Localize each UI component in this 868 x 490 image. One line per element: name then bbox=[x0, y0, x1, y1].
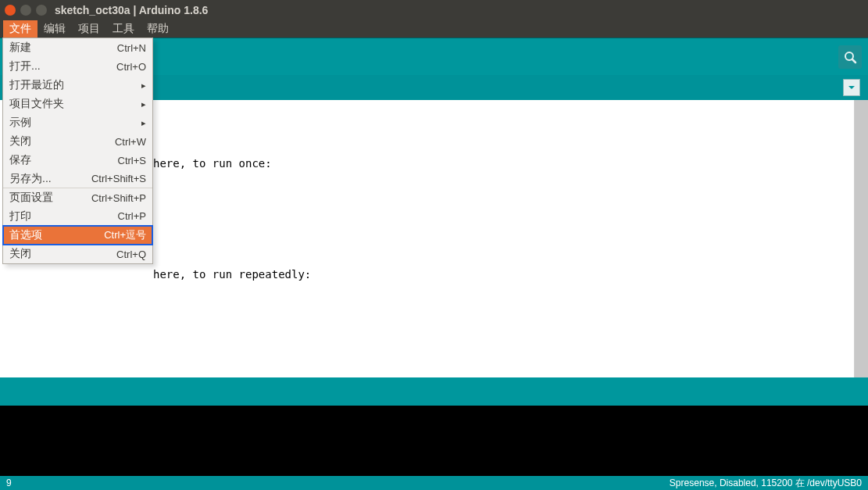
menu-item-label: 打开... bbox=[9, 59, 41, 73]
title-bar: sketch_oct30a | Arduino 1.8.6 bbox=[0, 0, 868, 20]
submenu-arrow-icon: ▸ bbox=[141, 99, 146, 109]
menu-item-shortcut: Ctrl+Q bbox=[116, 249, 146, 260]
window-controls bbox=[5, 5, 47, 16]
menu-sketch[interactable]: 项目 bbox=[72, 20, 106, 38]
menu-item-preferences[interactable]: 首选项Ctrl+逗号 bbox=[3, 226, 152, 245]
menu-item-open-recent[interactable]: 打开最近的▸ bbox=[3, 76, 152, 95]
menu-item-label: 新建 bbox=[9, 41, 31, 55]
scrollbar-thumb[interactable] bbox=[855, 100, 868, 377]
menu-item-examples[interactable]: 示例▸ bbox=[3, 113, 152, 132]
menu-item-page-setup[interactable]: 页面设置Ctrl+Shift+P bbox=[3, 188, 152, 207]
menu-item-shortcut: Ctrl+Shift+S bbox=[91, 173, 146, 184]
menu-item-label: 首选项 bbox=[9, 228, 42, 242]
window-title: sketch_oct30a | Arduino 1.8.6 bbox=[55, 4, 208, 16]
menu-item-shortcut: Ctrl+W bbox=[115, 136, 146, 148]
menu-item-label: 打开最近的 bbox=[9, 78, 64, 92]
menu-item-label: 另存为... bbox=[9, 172, 52, 186]
window-minimize-button[interactable] bbox=[20, 5, 31, 16]
submenu-arrow-icon: ▸ bbox=[141, 80, 146, 91]
menu-item-open[interactable]: 打开...Ctrl+O bbox=[3, 57, 152, 76]
status-bar: 9 Spresense, Disabled, 115200 在 /dev/tty… bbox=[0, 476, 868, 490]
menu-item-shortcut: Ctrl+O bbox=[116, 61, 146, 73]
menu-item-label: 页面设置 bbox=[9, 191, 53, 205]
menu-file[interactable]: 文件 bbox=[3, 20, 38, 38]
menu-item-label: 关闭 bbox=[9, 134, 31, 148]
serial-monitor-button[interactable] bbox=[838, 45, 862, 69]
menu-item-shortcut: Ctrl+S bbox=[118, 155, 146, 166]
submenu-arrow-icon: ▸ bbox=[141, 118, 146, 128]
vertical-scrollbar[interactable] bbox=[854, 100, 868, 377]
menu-item-shortcut: Ctrl+N bbox=[117, 42, 146, 54]
menu-help[interactable]: 帮助 bbox=[141, 20, 175, 38]
menu-item-shortcut: Ctrl+P bbox=[118, 210, 146, 222]
menu-item-label: 项目文件夹 bbox=[9, 97, 64, 111]
code-line: here, to run repeatedly: bbox=[28, 266, 854, 282]
svg-line-1 bbox=[852, 59, 855, 63]
menu-item-shortcut: Ctrl+逗号 bbox=[104, 228, 146, 242]
menu-item-close[interactable]: 关闭Ctrl+W bbox=[3, 132, 152, 151]
menu-bar: 文件 编辑 项目 工具 帮助 bbox=[0, 20, 868, 38]
tab-menu-button[interactable] bbox=[843, 79, 860, 96]
menu-item-new[interactable]: 新建Ctrl+N bbox=[3, 38, 152, 57]
menu-item-label: 示例 bbox=[9, 116, 31, 130]
chevron-down-icon bbox=[848, 84, 855, 91]
status-strip bbox=[0, 377, 868, 406]
serial-monitor-icon bbox=[842, 49, 858, 65]
menu-item-save-as[interactable]: 另存为...Ctrl+Shift+S bbox=[3, 170, 152, 188]
menu-item-label: 保存 bbox=[9, 153, 31, 167]
menu-item-shortcut: Ctrl+Shift+P bbox=[91, 192, 146, 204]
board-port-info: Spresense, Disabled, 115200 在 /dev/ttyUS… bbox=[670, 477, 862, 490]
menu-item-save[interactable]: 保存Ctrl+S bbox=[3, 151, 152, 170]
menu-item-quit[interactable]: 关闭Ctrl+Q bbox=[3, 245, 152, 263]
menu-item-label: 打印 bbox=[9, 209, 31, 224]
window-close-button[interactable] bbox=[5, 5, 16, 16]
output-console[interactable] bbox=[0, 406, 868, 476]
menu-item-label: 关闭 bbox=[9, 247, 31, 261]
file-menu-dropdown: 新建Ctrl+N 打开...Ctrl+O 打开最近的▸ 项目文件夹▸ 示例▸ 关… bbox=[2, 38, 153, 264]
menu-item-sketchbook[interactable]: 项目文件夹▸ bbox=[3, 95, 152, 113]
menu-tools[interactable]: 工具 bbox=[106, 20, 141, 38]
line-number: 9 bbox=[6, 477, 12, 488]
menu-edit[interactable]: 编辑 bbox=[38, 20, 72, 38]
window-maximize-button[interactable] bbox=[36, 5, 47, 16]
menu-item-print[interactable]: 打印Ctrl+P bbox=[3, 207, 152, 226]
